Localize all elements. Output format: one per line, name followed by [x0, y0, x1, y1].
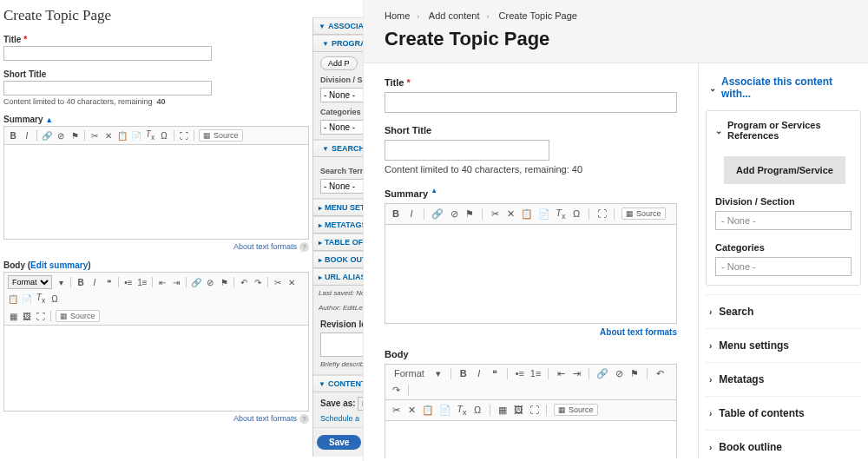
source-button[interactable]: ▦ Source: [56, 310, 100, 322]
sidebar-item-book-outline[interactable]: ›Book outline: [706, 430, 861, 458]
body-editor[interactable]: [385, 421, 677, 458]
about-text-formats-link[interactable]: About text formats: [600, 327, 677, 337]
title-input[interactable]: [385, 92, 677, 113]
italic-icon[interactable]: I: [474, 368, 484, 379]
paste-icon[interactable]: 📋: [422, 405, 434, 416]
link-icon[interactable]: 🔗: [596, 368, 608, 379]
sidebar-item-metatags[interactable]: ›Metatags: [706, 362, 861, 396]
maximize-icon[interactable]: ⛶: [179, 131, 189, 141]
clear-format-icon[interactable]: Tx: [556, 207, 566, 221]
categories-input[interactable]: [320, 120, 363, 135]
source-button[interactable]: ▦ Source: [554, 404, 598, 416]
copy-icon[interactable]: ✂: [89, 131, 100, 141]
clear-format-icon[interactable]: Tx: [36, 293, 46, 305]
save-button[interactable]: Save: [317, 435, 361, 450]
outdent-icon[interactable]: ⇤: [157, 278, 168, 287]
omega-icon[interactable]: Ω: [571, 208, 582, 219]
cut-icon[interactable]: ✂: [391, 405, 401, 416]
paste-icon[interactable]: 📋: [521, 208, 533, 220]
undo-icon[interactable]: ↶: [654, 368, 665, 379]
metatags-accordion[interactable]: ▸METATAGS: [313, 216, 363, 234]
paste-icon[interactable]: 📋: [8, 294, 18, 304]
outdent-icon[interactable]: ⇤: [556, 368, 566, 379]
summary-editor[interactable]: [385, 225, 677, 324]
edit-summary-link[interactable]: Edit summary: [30, 260, 88, 270]
unlink-icon[interactable]: ⊘: [205, 278, 215, 287]
help-icon[interactable]: ?: [299, 414, 309, 424]
clear-format-icon[interactable]: Tx: [145, 129, 155, 142]
menu-settings-accordion[interactable]: ▸MENU SETTIN: [313, 199, 363, 216]
format-select[interactable]: Format: [8, 275, 52, 289]
program-accordion[interactable]: ▼PROGRAM: [313, 35, 363, 52]
italic-icon[interactable]: I: [89, 278, 100, 287]
summary-editor[interactable]: [3, 144, 309, 240]
source-button[interactable]: ▦ Source: [199, 129, 243, 142]
content-moderation-accordion[interactable]: ▼CONTENT MO: [313, 375, 363, 392]
search-terms-input[interactable]: [320, 179, 363, 194]
add-program-button[interactable]: Add P: [320, 56, 358, 70]
link-icon[interactable]: 🔗: [42, 131, 52, 141]
title-input[interactable]: [3, 46, 212, 61]
omega-icon[interactable]: Ω: [49, 294, 60, 304]
maximize-icon[interactable]: ⛶: [529, 405, 539, 415]
anchor-icon[interactable]: ⚑: [629, 368, 640, 379]
book-outline-accordion[interactable]: ▸BOOK OUTLI: [313, 251, 363, 268]
associate-accordion[interactable]: ▼ASSOCIATE T: [313, 17, 363, 35]
division-input[interactable]: [715, 211, 852, 230]
italic-icon[interactable]: I: [22, 131, 32, 141]
quote-icon[interactable]: ❝: [490, 368, 500, 379]
maximize-icon[interactable]: ⛶: [36, 312, 46, 321]
bold-icon[interactable]: B: [458, 368, 469, 379]
sidebar-item-search[interactable]: ›Search: [706, 294, 861, 328]
crumb-home[interactable]: Home: [385, 10, 410, 21]
indent-icon[interactable]: ⇥: [171, 278, 181, 287]
format-caret-icon[interactable]: ▾: [56, 278, 66, 287]
source-button[interactable]: ▦ Source: [621, 207, 666, 220]
about-text-formats-link[interactable]: About text formats: [233, 414, 297, 423]
ul-icon[interactable]: •≡: [515, 368, 525, 379]
revision-log-input[interactable]: [320, 333, 363, 357]
bold-icon[interactable]: B: [8, 131, 18, 141]
anchor-icon[interactable]: ⚑: [69, 131, 80, 141]
quote-icon[interactable]: ❝: [103, 278, 114, 287]
categories-input[interactable]: [715, 257, 852, 276]
table-icon[interactable]: ▦: [497, 405, 508, 416]
table-of-contents-accordion[interactable]: ▸TABLE OF CO: [313, 234, 363, 251]
bold-icon[interactable]: B: [76, 278, 86, 287]
cut-icon[interactable]: ✕: [103, 131, 114, 141]
sidebar-item-menu-settings[interactable]: ›Menu settings: [706, 328, 861, 362]
omega-icon[interactable]: Ω: [472, 405, 483, 415]
link-icon[interactable]: 🔗: [191, 278, 201, 287]
short-title-input[interactable]: [385, 140, 549, 161]
italic-icon[interactable]: I: [406, 208, 417, 219]
anchor-icon[interactable]: ⚑: [464, 208, 475, 220]
indent-icon[interactable]: ⇥: [571, 368, 582, 379]
search-accordion[interactable]: ▼SEARCH: [313, 140, 363, 157]
anchor-icon[interactable]: ⚑: [219, 278, 229, 287]
sidebar-item-table-of-contents[interactable]: ›Table of contents: [706, 396, 861, 430]
undo-icon[interactable]: ↶: [239, 278, 249, 287]
paste-word-icon[interactable]: 📄: [439, 405, 451, 416]
unlink-icon[interactable]: ⊘: [56, 131, 66, 141]
omega-icon[interactable]: Ω: [159, 131, 169, 141]
unlink-icon[interactable]: ⊘: [614, 368, 624, 379]
redo-icon[interactable]: ↷: [253, 278, 263, 287]
crumb-add[interactable]: Add content: [429, 10, 480, 21]
image-icon[interactable]: 🖼: [22, 312, 32, 321]
schedule-link[interactable]: Schedule a: [320, 414, 359, 423]
clear-format-icon[interactable]: Tx: [457, 404, 467, 417]
help-icon[interactable]: ?: [299, 242, 309, 252]
paste-text-icon[interactable]: 📄: [131, 131, 141, 141]
format-caret-icon[interactable]: ▾: [433, 368, 444, 379]
format-select[interactable]: Format: [391, 368, 428, 379]
paste-word-icon[interactable]: 📄: [22, 294, 32, 304]
copy-icon[interactable]: ✕: [286, 278, 297, 287]
redo-icon[interactable]: ↷: [391, 385, 401, 396]
short-title-input[interactable]: [3, 81, 212, 95]
paste-text-icon[interactable]: 📄: [538, 208, 550, 220]
remove-icon[interactable]: ✕: [406, 405, 417, 416]
bold-icon[interactable]: B: [391, 208, 401, 219]
about-text-formats-link[interactable]: About text formats: [233, 242, 297, 251]
program-accordion[interactable]: ⌄Program or Services References: [715, 120, 852, 141]
cut-icon[interactable]: ✂: [273, 278, 283, 287]
